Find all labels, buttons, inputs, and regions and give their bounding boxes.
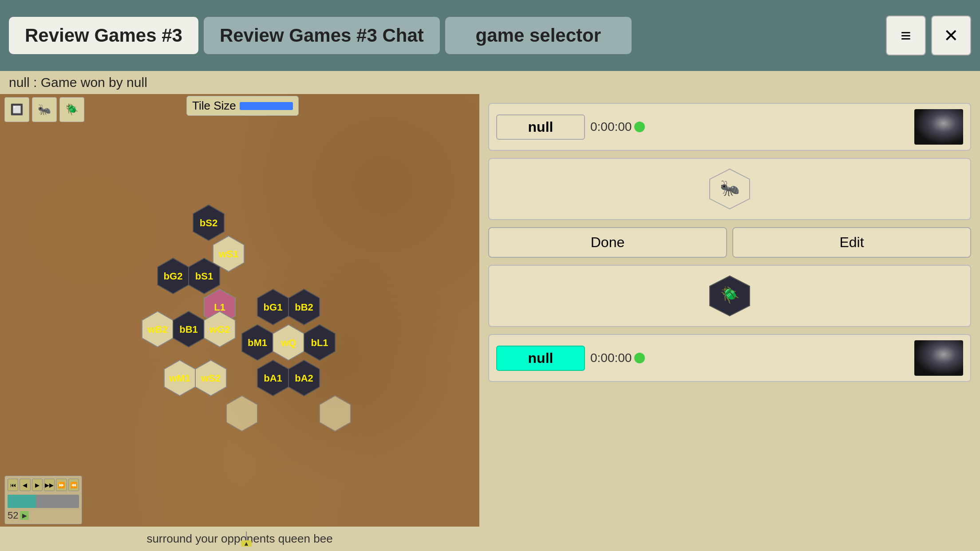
prev-button[interactable]: ◀ bbox=[20, 479, 30, 491]
bottom-bar: surround your opponents queen bee ▲ bbox=[0, 527, 479, 551]
piece-preview-svg: 🐜 bbox=[703, 167, 756, 211]
piece-preview-dark-svg: 🪲 bbox=[703, 274, 756, 318]
player2-name-button[interactable]: null bbox=[496, 346, 585, 371]
player1-card: null 0:00:00 bbox=[488, 103, 971, 151]
menu-button[interactable]: ≡ bbox=[886, 16, 926, 55]
svg-text:bS1: bS1 bbox=[195, 271, 213, 282]
svg-text:bB1: bB1 bbox=[179, 324, 198, 335]
game-board[interactable]: 🔲 🐜 🪲 Tile Size bS2 wS1 bG2 bS1 bbox=[0, 94, 479, 551]
svg-text:bM1: bM1 bbox=[248, 337, 267, 348]
done-button[interactable]: Done bbox=[488, 227, 727, 258]
svg-text:bA2: bA2 bbox=[295, 373, 313, 384]
tab-game-selector[interactable]: game selector bbox=[445, 17, 632, 54]
svg-text:wS2: wS2 bbox=[201, 373, 221, 384]
move-arrow[interactable]: ▶ bbox=[20, 511, 29, 520]
fast-back-button[interactable]: ⏪ bbox=[68, 479, 79, 491]
progress-bar[interactable] bbox=[8, 495, 79, 508]
svg-text:🪲: 🪲 bbox=[720, 285, 740, 304]
tab-review-games-chat[interactable]: Review Games #3 Chat bbox=[204, 17, 440, 54]
svg-text:bL1: bL1 bbox=[311, 337, 328, 348]
svg-text:bB2: bB2 bbox=[295, 302, 313, 313]
fast-forward-button[interactable]: ⏩ bbox=[56, 479, 67, 491]
piece-preview-white: 🐜 bbox=[488, 158, 971, 220]
right-panel: null 0:00:00 🐜 Done Edit 🪲 bbox=[479, 94, 980, 551]
svg-marker-34 bbox=[226, 396, 257, 431]
move-number: 52 bbox=[8, 510, 18, 521]
svg-text:bG1: bG1 bbox=[264, 302, 283, 313]
player2-card: null 0:00:00 bbox=[488, 334, 971, 382]
play-button[interactable]: ▶ bbox=[32, 479, 43, 491]
edit-button[interactable]: Edit bbox=[732, 227, 971, 258]
skip-start-button[interactable]: ⏮ bbox=[8, 479, 18, 491]
progress-fill bbox=[8, 495, 36, 508]
svg-text:bG2: bG2 bbox=[164, 271, 183, 282]
svg-text:wM1: wM1 bbox=[169, 373, 190, 384]
svg-text:wS1: wS1 bbox=[218, 248, 238, 260]
player1-avatar bbox=[914, 109, 963, 145]
player2-status-dot bbox=[634, 353, 645, 363]
close-button[interactable]: ✕ bbox=[931, 16, 971, 55]
status-text: null : Game won by null bbox=[9, 75, 147, 90]
svg-text:wG2: wG2 bbox=[209, 324, 230, 335]
player1-time: 0:00:00 bbox=[590, 120, 632, 134]
svg-text:wQ: wQ bbox=[281, 337, 296, 348]
player1-name-button[interactable]: null bbox=[496, 114, 585, 140]
action-row: Done Edit bbox=[488, 227, 971, 258]
player2-avatar bbox=[914, 340, 963, 376]
hex-board-svg: bS2 wS1 bG2 bS1 L1 wB2 bB1 wG2 b bbox=[0, 94, 479, 529]
svg-text:bA1: bA1 bbox=[264, 373, 282, 384]
svg-text:wB2: wB2 bbox=[147, 324, 167, 335]
tab-review-games[interactable]: Review Games #3 bbox=[9, 17, 198, 54]
main-content: 🔲 🐜 🪲 Tile Size bS2 wS1 bG2 bS1 bbox=[0, 94, 980, 551]
svg-marker-35 bbox=[320, 396, 351, 431]
header: Review Games #3 Review Games #3 Chat gam… bbox=[0, 0, 980, 71]
piece-preview-dark: 🪲 bbox=[488, 265, 971, 327]
player2-time: 0:00:00 bbox=[590, 351, 632, 365]
svg-text:bS2: bS2 bbox=[200, 217, 217, 228]
playback-controls: ⏮ ◀ ▶ ▶▶ ⏩ ⏪ 52 ▶ bbox=[4, 476, 82, 524]
slider-indicator: ▲ bbox=[240, 531, 253, 547]
player1-status-dot bbox=[634, 122, 645, 132]
status-bar: null : Game won by null bbox=[0, 71, 980, 94]
svg-text:🐜: 🐜 bbox=[720, 178, 740, 197]
next-button[interactable]: ▶▶ bbox=[44, 479, 55, 491]
